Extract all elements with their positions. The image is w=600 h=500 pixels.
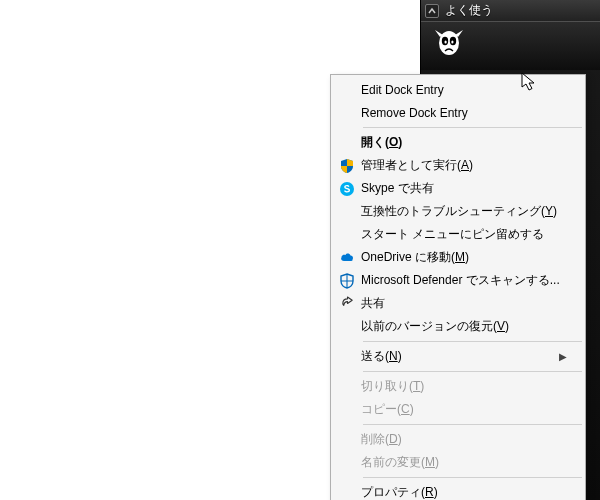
menu-label: 共有 [361,295,569,312]
menu-label: Edit Dock Entry [361,83,569,97]
menu-copy: コピー(C) [333,398,583,421]
dock-header: よく使う [421,0,600,22]
chevron-up-icon [428,7,436,15]
dock-app-foobar2000[interactable] [421,22,600,70]
menu-edit-dock-entry[interactable]: Edit Dock Entry [333,78,583,101]
menu-properties[interactable]: プロパティ(R) [333,481,583,500]
menu-label: プロパティ(R) [361,484,569,500]
menu-label: 以前のバージョンの復元(V) [361,318,569,335]
context-menu: Edit Dock Entry Remove Dock Entry 開く(O) … [330,74,586,500]
menu-label: 名前の変更(M) [361,454,569,471]
menu-label: Skype で共有 [361,180,569,197]
menu-defender-scan[interactable]: Microsoft Defender でスキャンする... [333,269,583,292]
menu-cut: 切り取り(T) [333,375,583,398]
menu-separator [363,127,582,128]
svg-point-4 [451,40,453,43]
menu-separator [363,371,582,372]
menu-remove-dock-entry[interactable]: Remove Dock Entry [333,101,583,124]
menu-restore-previous[interactable]: 以前のバージョンの復元(V) [333,315,583,338]
menu-rename: 名前の変更(M) [333,451,583,474]
menu-separator [363,424,582,425]
defender-icon [337,271,357,291]
menu-pin-to-start[interactable]: スタート メニューにピン留めする [333,223,583,246]
svg-point-3 [445,40,447,43]
menu-label: Remove Dock Entry [361,106,569,120]
menu-label: 削除(D) [361,431,569,448]
menu-label: OneDrive に移動(M) [361,249,569,266]
menu-label: 送る(N) [361,348,555,365]
menu-separator [363,477,582,478]
shield-admin-icon [337,156,357,176]
menu-label: スタート メニューにピン留めする [361,226,569,243]
menu-delete: 削除(D) [333,428,583,451]
dock-collapse-button[interactable] [425,4,439,18]
menu-move-to-onedrive[interactable]: OneDrive に移動(M) [333,246,583,269]
menu-label: Microsoft Defender でスキャンする... [361,272,569,289]
submenu-arrow-icon: ▶ [559,351,569,362]
skype-icon [337,179,357,199]
menu-send-to[interactable]: 送る(N) ▶ [333,345,583,368]
menu-label: 管理者として実行(A) [361,157,569,174]
share-icon [337,294,357,314]
menu-run-as-admin[interactable]: 管理者として実行(A) [333,154,583,177]
menu-compat-troubleshoot[interactable]: 互換性のトラブルシューティング(Y) [333,200,583,223]
dock-title: よく使う [445,2,493,19]
menu-open[interactable]: 開く(O) [333,131,583,154]
menu-label: コピー(C) [361,401,569,418]
menu-share[interactable]: 共有 [333,292,583,315]
menu-label: 切り取り(T) [361,378,569,395]
menu-label: 互換性のトラブルシューティング(Y) [361,203,569,220]
menu-separator [363,341,582,342]
menu-label: 開く(O) [361,134,569,151]
onedrive-icon [337,248,357,268]
menu-skype-share[interactable]: Skype で共有 [333,177,583,200]
foobar2000-icon [433,29,465,64]
